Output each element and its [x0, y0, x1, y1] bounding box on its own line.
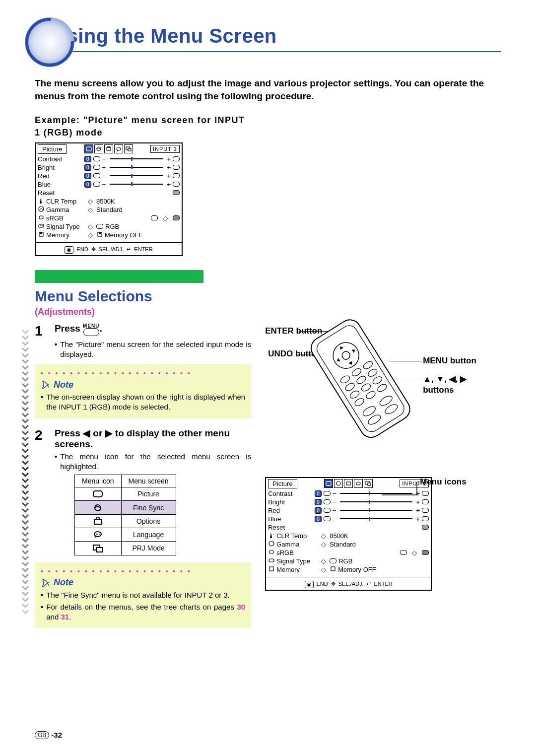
step-2-lead: Press ◀ or ▶ to display the other menu s… — [55, 427, 251, 450]
svg-rect-49 — [346, 482, 350, 485]
options-icon — [344, 479, 353, 488]
svg-rect-17 — [93, 491, 102, 497]
col-menu-icon: Menu icon — [75, 475, 122, 487]
svg-point-22 — [96, 534, 97, 535]
svg-rect-7 — [128, 148, 131, 151]
step-1-number: 1 — [35, 323, 50, 360]
finesync-icon — [334, 479, 343, 488]
picture-icon — [324, 479, 333, 488]
intro-text: The menu screens allow you to adjust the… — [35, 77, 501, 102]
osd-row-bright: Bright0−+ — [38, 163, 180, 172]
osd-row-clrtemp: 🌡CLR Temp◇8500K — [38, 197, 180, 206]
osd-footer: ◉END ✥SEL./ADJ. ↵ENTER — [36, 245, 182, 255]
step-1: 1 Press MENU . •The "Picture" menu scree… — [35, 323, 251, 360]
page-title: Using the Menu Screen — [35, 25, 501, 52]
note-2-text-2: For details on the menus, see the tree c… — [46, 602, 245, 622]
svg-rect-20 — [96, 518, 99, 519]
step-1-press: Press — [55, 323, 83, 334]
osd-row-blue: Blue0−+ — [38, 180, 180, 189]
language-icon — [114, 144, 123, 153]
osd-row-gamma: Gamma◇Standard — [38, 206, 180, 214]
menu-button-icon — [83, 328, 99, 336]
osd-input-badge: INPUT 1 — [150, 145, 180, 153]
menu-button-label: MENU button — [423, 356, 476, 366]
page-link-31[interactable]: 31 — [61, 613, 69, 621]
svg-rect-1 — [86, 147, 91, 151]
svg-rect-14 — [40, 232, 42, 234]
section-subheading: (Adjustments) — [35, 307, 501, 317]
table-row: Options — [75, 514, 176, 528]
osd-example: Picture INPUT 1 Contrast0−+ Bright0−+ Re… — [35, 142, 183, 256]
header-swirl-graphic — [20, 12, 79, 72]
step-2: 2 Press ◀ or ▶ to display the other menu… — [35, 427, 251, 557]
svg-rect-47 — [326, 481, 331, 485]
table-row: Language — [75, 528, 176, 542]
region-badge: GB — [35, 731, 49, 739]
menu-icon-table: Menu iconMenu screen Picture Fine Sync O… — [74, 475, 176, 555]
prj-icon — [364, 479, 373, 488]
note-icon — [41, 577, 52, 588]
remote-illustration — [305, 316, 419, 445]
svg-point-48 — [336, 481, 340, 485]
svg-rect-19 — [94, 519, 101, 524]
step-1-desc: The "Picture" menu screen for the select… — [60, 340, 251, 360]
step-rail: /* rail rendered below via loop */ — [21, 328, 30, 614]
osd-row-memory: Memory◇Memory OFF — [38, 231, 180, 239]
note-2-label: Note — [54, 577, 73, 588]
table-row: Picture — [75, 487, 176, 501]
table-row: Fine Sync — [75, 501, 176, 514]
svg-point-24 — [99, 534, 100, 535]
svg-point-53 — [269, 541, 274, 546]
note-1-label: Note — [54, 380, 73, 390]
osd-row-srgb: sRGB◇ — [38, 214, 180, 222]
callout-line — [382, 482, 432, 497]
page-link-30[interactable]: 30 — [237, 603, 245, 611]
note-1: • • • • • • • • • • • • • • • • • • • • … — [35, 364, 251, 418]
page-number: -32 — [51, 731, 62, 739]
note-2-text-1: The "Fine Sync" menu is not available fo… — [46, 590, 245, 600]
green-divider — [35, 270, 203, 283]
svg-point-8 — [39, 206, 44, 211]
osd-right: Picture INPUT 1 Contrast0−+ Bright0−+ — [265, 477, 432, 591]
svg-rect-55 — [269, 559, 274, 562]
svg-point-5 — [117, 147, 121, 150]
remote-diagram: ENTER button UNDO button MENU button ▲, … — [265, 326, 493, 460]
svg-rect-9 — [39, 216, 43, 219]
svg-rect-56 — [269, 567, 273, 571]
svg-rect-52 — [368, 483, 371, 485]
svg-point-23 — [97, 534, 98, 535]
svg-rect-26 — [96, 548, 102, 552]
svg-point-12 — [42, 225, 43, 226]
osd-row-contrast: Contrast0−+ — [38, 155, 180, 163]
svg-point-50 — [356, 482, 360, 485]
svg-rect-57 — [331, 567, 335, 571]
note-1-text: The on-screen display shown on the right… — [46, 392, 245, 412]
section-heading: Menu Selections — [35, 288, 501, 305]
svg-rect-16 — [99, 232, 101, 234]
example-caption: Example: "Picture" menu screen for INPUT… — [35, 114, 248, 139]
arrow-buttons-label: ▲, ▼, ◀, ▶ buttons — [423, 374, 497, 396]
note-icon — [41, 379, 52, 390]
finesync-icon — [94, 144, 103, 153]
language-icon — [354, 479, 363, 488]
osd-menu-icons — [84, 144, 133, 153]
picture-icon — [84, 144, 93, 153]
svg-point-11 — [40, 225, 41, 226]
table-row: PRJ Mode — [75, 542, 176, 555]
osd-row-reset: Reset — [38, 189, 180, 197]
osd-row-signaltype: Signal Type◇RGB — [38, 222, 180, 231]
osd-tab: Picture — [38, 144, 67, 154]
svg-rect-4 — [108, 146, 110, 147]
svg-rect-54 — [269, 550, 273, 553]
options-icon — [104, 144, 113, 153]
page-footer: GB -32 — [35, 731, 62, 739]
col-menu-screen: Menu screen — [121, 475, 176, 487]
prj-icon — [124, 144, 133, 153]
svg-rect-10 — [39, 224, 44, 227]
svg-rect-3 — [107, 147, 111, 150]
osd-row-red: Red0−+ — [38, 172, 180, 180]
note-2: • • • • • • • • • • • • • • • • • • • • … — [35, 562, 251, 628]
step-2-desc: The menu icon for the selected menu scre… — [60, 452, 251, 472]
svg-point-0 — [25, 17, 74, 67]
step-2-number: 2 — [35, 427, 50, 557]
